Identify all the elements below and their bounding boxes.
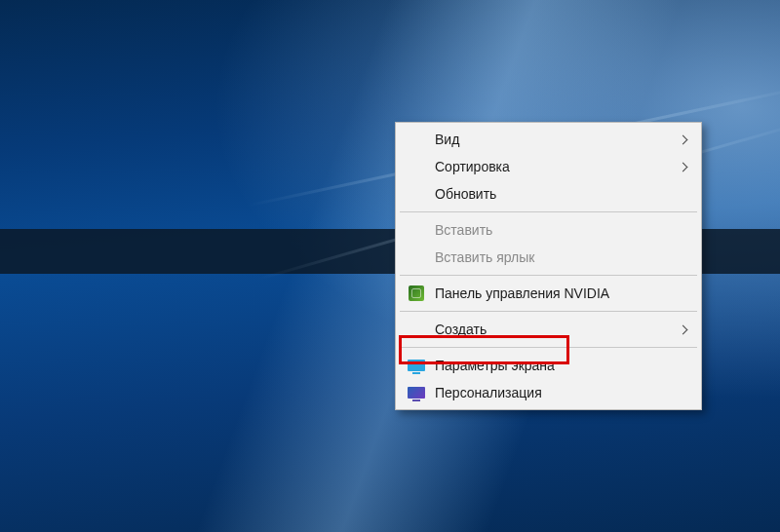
menu-item-sort[interactable]: Сортировка [398,153,699,180]
menu-separator [400,347,697,348]
menu-label: Вставить ярлык [435,249,689,265]
menu-label: Вид [435,132,668,147]
menu-item-paste-shortcut: Вставить ярлык [398,244,699,271]
chevron-right-icon [676,326,689,333]
menu-item-view[interactable]: Вид [398,126,699,153]
chevron-right-icon [676,136,689,143]
menu-item-create[interactable]: Создать [398,316,699,343]
icon-slot-empty [406,157,427,176]
menu-item-nvidia-cp[interactable]: Панель управления NVIDIA [398,280,699,307]
nvidia-icon [406,284,427,303]
menu-item-display-settings[interactable]: Параметры экрана [398,352,699,379]
desktop-context-menu: Вид Сортировка Обновить Вставить Вставит… [395,122,702,410]
icon-slot-empty [406,184,427,204]
menu-label: Сортировка [435,159,668,174]
display-monitor-icon [406,356,427,375]
menu-item-refresh[interactable]: Обновить [398,180,699,208]
menu-label: Персонализация [435,385,689,400]
menu-separator [400,211,697,212]
menu-item-personalize[interactable]: Персонализация [398,379,699,406]
icon-slot-empty [406,320,427,339]
menu-item-paste: Вставить [398,216,699,244]
menu-label: Создать [435,322,668,337]
menu-separator [400,275,697,276]
menu-label: Обновить [435,186,689,202]
menu-separator [400,311,697,312]
icon-slot-empty [406,247,427,267]
menu-label: Параметры экрана [435,358,689,373]
icon-slot-empty [406,220,427,240]
personalization-icon [406,383,427,402]
menu-label: Панель управления NVIDIA [435,285,689,301]
menu-label: Вставить [435,222,689,238]
icon-slot-empty [406,130,427,149]
chevron-right-icon [676,164,689,171]
